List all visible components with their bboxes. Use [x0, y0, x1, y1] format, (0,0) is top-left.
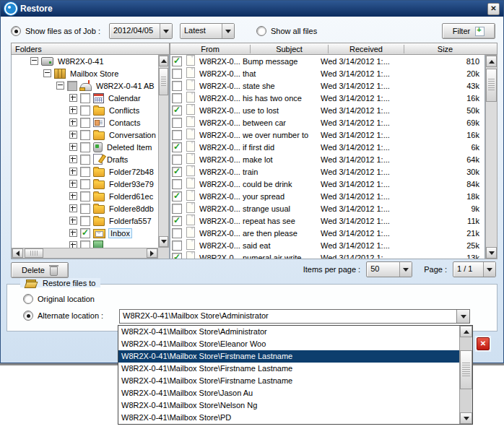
mail-row[interactable]: W8R2X-0...repeat has seeWed 3/14/2012 1:… [170, 214, 485, 227]
scroll-up-icon[interactable] [159, 56, 168, 66]
tree-item[interactable]: Folder93e79 [12, 178, 158, 190]
mail-row[interactable]: W8R2X-0...are then pleaseWed 3/14/2012 1… [170, 227, 485, 239]
row-checkbox[interactable] [172, 69, 182, 79]
tree-item[interactable]: W8R2X-0-41 [12, 55, 158, 67]
column-header-from[interactable]: From [170, 45, 250, 53]
expand-icon[interactable] [69, 217, 77, 225]
expand-icon[interactable] [69, 229, 77, 237]
mail-row[interactable]: W8R2X-0...make lotWed 3/14/2012 1:...64k [170, 153, 485, 165]
row-checkbox[interactable] [172, 81, 182, 91]
show-all-files-radio[interactable] [256, 26, 266, 36]
chevron-down-icon[interactable] [483, 262, 495, 277]
tree-item[interactable]: Folderfa557 [12, 214, 158, 227]
tree-item-label[interactable]: W8R2X-0-41 [56, 57, 105, 66]
tree-item[interactable]: Deleted Item [12, 141, 158, 153]
mail-row[interactable]: W8R2X-0...state sheWed 3/14/2012 1:...43… [170, 79, 485, 92]
scroll-down-icon[interactable] [460, 412, 472, 424]
tree-hscroll-thumb[interactable] [25, 248, 43, 258]
items-per-page-select[interactable]: 50 [366, 261, 412, 277]
mail-row[interactable]: W8R2X-0...trainWed 3/14/2012 1:...30k [170, 165, 485, 178]
row-checkbox[interactable] [172, 130, 182, 140]
mail-row[interactable]: W8R2X-0...if first didWed 3/14/2012 1:..… [170, 141, 485, 153]
tree-checkbox[interactable] [80, 191, 90, 202]
tree-checkbox[interactable] [80, 228, 90, 238]
mail-row[interactable]: W8R2X-0...your spreadWed 3/14/2012 1:...… [170, 190, 485, 202]
tree-item[interactable]: Folder72b48 [12, 165, 158, 178]
scroll-up-icon[interactable] [486, 56, 497, 67]
filter-button[interactable]: Filter [442, 23, 495, 39]
job-time-select[interactable]: Latest [180, 23, 235, 39]
delete-button[interactable]: Delete [11, 262, 69, 278]
mail-row[interactable]: W8R2X-0...his has two onceWed 3/14/2012 … [170, 92, 485, 104]
mail-row[interactable]: W8R2X-0...thatWed 3/14/2012 1:...20k [170, 67, 485, 79]
tree-item-label[interactable]: Folder93e79 [108, 180, 155, 188]
dropdown-option[interactable]: W8R2X-0-41\Mailbox Store\Eleanor Woo [118, 338, 459, 350]
tree-item[interactable]: Calendar [12, 92, 158, 104]
scroll-right-icon[interactable] [147, 248, 157, 258]
expand-icon[interactable] [69, 168, 77, 176]
job-date-select[interactable]: 2012/04/05 [109, 23, 173, 39]
alternate-location-radio[interactable] [23, 311, 33, 321]
scroll-down-icon[interactable] [486, 247, 497, 259]
chevron-down-icon[interactable] [456, 310, 469, 323]
tree-item-label[interactable]: Contacts [108, 118, 142, 127]
expand-icon[interactable] [69, 180, 77, 188]
collapse-icon[interactable] [56, 82, 64, 90]
mail-row[interactable]: W8R2X-0...between carWed 3/14/2012 1:...… [170, 116, 485, 129]
collapse-icon[interactable] [43, 69, 51, 77]
tree-item[interactable]: Mailbox Store [12, 67, 158, 79]
row-checkbox[interactable] [172, 56, 182, 66]
tree-item-label[interactable]: Folder72b48 [108, 168, 155, 176]
tree-item[interactable] [12, 239, 158, 248]
close-icon[interactable] [477, 337, 490, 350]
collapse-icon[interactable] [30, 57, 38, 65]
mail-row[interactable]: W8R2X-0...Bump messageWed 3/14/2012 1:..… [170, 55, 485, 67]
page-select[interactable]: 1 / 1 [453, 261, 496, 277]
mail-row[interactable]: W8R2X-0...we over number toWed 3/14/2012… [170, 129, 485, 141]
titlebar[interactable]: Restore [1, 1, 503, 17]
expand-icon[interactable] [69, 241, 77, 248]
tree-item[interactable]: Contacts [12, 116, 158, 129]
dropdown-scrollbar[interactable] [459, 326, 472, 424]
tree-item-label[interactable]: Foldere8ddb [108, 204, 155, 213]
expand-icon[interactable] [69, 192, 77, 200]
mail-row[interactable]: W8R2X-0...could be drinkWed 3/14/2012 1:… [170, 178, 485, 190]
tree-item-label[interactable]: Calendar [107, 94, 142, 103]
alternate-location-select[interactable]: W8R2X-0-41\Mailbox Store\Administrator [119, 309, 470, 324]
tree-item-label[interactable]: W8R2X-0-41 AB [95, 82, 156, 90]
tree-item[interactable]: Conversation [12, 129, 158, 141]
mail-row[interactable]: W8R2X-0...said eatWed 3/14/2012 1:...25k [170, 239, 485, 251]
tree-item-label[interactable]: Folderfa557 [108, 217, 153, 225]
window-close-icon[interactable] [487, 3, 500, 15]
mail-row[interactable]: W8R2X-0...numeral air writeWed 3/14/2012… [170, 251, 485, 259]
mail-vscroll-thumb[interactable] [486, 69, 497, 102]
row-checkbox[interactable] [172, 240, 182, 251]
column-header-subject[interactable]: Subject [250, 45, 328, 53]
tree-checkbox[interactable] [80, 167, 90, 177]
tree-item-label[interactable]: Folderd61ec [108, 192, 155, 201]
row-checkbox[interactable] [172, 93, 182, 103]
row-checkbox[interactable] [172, 216, 182, 226]
dropdown-option[interactable]: W8R2X-0-41\Mailbox Store\Firstname Lastn… [118, 375, 459, 387]
expand-icon[interactable] [69, 131, 77, 139]
row-checkbox[interactable] [172, 118, 182, 128]
expand-icon[interactable] [69, 118, 77, 126]
dropdown-option[interactable]: W8R2X-0-41\Mailbox Store\Jason Au [118, 387, 459, 399]
tree-item[interactable]: W8R2X-0-41 AB [12, 79, 158, 92]
tree-item-label[interactable]: Deleted Item [105, 143, 153, 152]
tree-checkbox[interactable] [80, 240, 90, 248]
tree-checkbox[interactable] [80, 216, 90, 226]
tree-checkbox[interactable] [80, 118, 90, 128]
scroll-down-icon[interactable] [159, 236, 168, 247]
row-checkbox[interactable] [172, 105, 182, 116]
tree-item-label[interactable]: Conversation [108, 131, 157, 139]
column-header-size[interactable]: Size [404, 45, 486, 53]
tree-vscroll-thumb[interactable] [159, 68, 168, 95]
expand-icon[interactable] [69, 204, 77, 212]
tree-item[interactable]: Drafts [12, 153, 158, 165]
scroll-up-icon[interactable] [460, 326, 472, 337]
tree-item-label[interactable]: Mailbox Store [69, 69, 120, 78]
mail-row[interactable]: W8R2X-0...strange usualWed 3/14/2012 1:.… [170, 202, 485, 214]
tree-item[interactable]: Conflicts [12, 104, 158, 116]
row-checkbox[interactable] [172, 191, 182, 202]
